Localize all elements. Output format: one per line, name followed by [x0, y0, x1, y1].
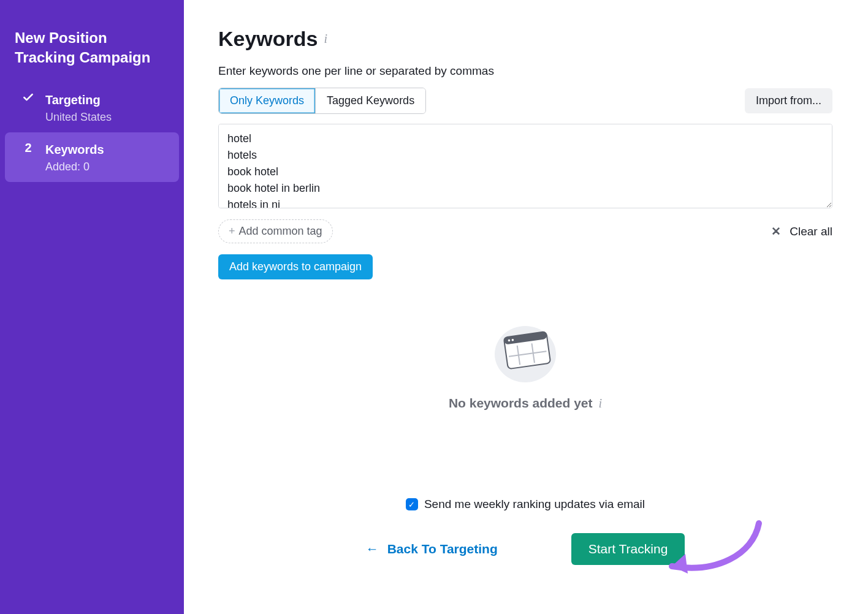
step-number: 2 — [20, 141, 37, 173]
weekly-checkbox[interactable]: ✓ — [406, 498, 418, 510]
start-tracking-button[interactable]: Start Tracking — [571, 533, 685, 565]
add-keywords-button[interactable]: Add keywords to campaign — [218, 254, 373, 279]
empty-text: No keywords added yet i — [449, 396, 602, 411]
arrow-left-icon: ← — [366, 542, 379, 556]
empty-text-label: No keywords added yet — [449, 396, 593, 411]
sidebar-title: New Position Tracking Campaign — [0, 15, 184, 83]
tab-only-keywords[interactable]: Only Keywords — [219, 88, 316, 113]
back-label: Back To Targeting — [387, 542, 498, 556]
plus-icon: + — [229, 225, 235, 238]
step-body: Targeting United States — [45, 91, 168, 124]
add-tag-label: Add common tag — [239, 225, 322, 238]
step-body: Keywords Added: 0 — [45, 141, 168, 173]
info-icon[interactable]: i — [324, 32, 328, 46]
sidebar: New Position Tracking Campaign Targeting… — [0, 0, 184, 614]
clear-all-label: Clear all — [790, 225, 832, 238]
subtitle: Enter keywords one per line or separated… — [218, 64, 832, 78]
keyword-mode-tabs: Only Keywords Tagged Keywords — [218, 88, 426, 114]
back-to-targeting-link[interactable]: ← Back To Targeting — [366, 542, 498, 556]
actions-row: ← Back To Targeting Start Tracking — [218, 533, 832, 565]
step-label: Targeting — [45, 91, 168, 108]
weekly-label: Send me weekly ranking updates via email — [424, 498, 645, 511]
clear-all-button[interactable]: ✕ Clear all — [771, 224, 832, 238]
tab-row: Only Keywords Tagged Keywords Import fro… — [218, 88, 832, 114]
main-content: Keywords i Enter keywords one per line o… — [184, 0, 868, 614]
step-sub: United States — [45, 111, 168, 124]
close-icon: ✕ — [771, 224, 781, 238]
add-common-tag-button[interactable]: + Add common tag — [218, 219, 333, 243]
sidebar-step-targeting[interactable]: Targeting United States — [5, 83, 179, 132]
footer: ✓ Send me weekly ranking updates via ema… — [218, 498, 832, 565]
empty-illustration — [489, 314, 562, 387]
info-icon[interactable]: i — [599, 396, 603, 411]
empty-state: No keywords added yet i — [218, 314, 832, 411]
step-label: Keywords — [45, 141, 168, 158]
import-from-button[interactable]: Import from... — [745, 88, 832, 113]
keywords-textarea[interactable] — [218, 124, 832, 208]
weekly-updates-row: ✓ Send me weekly ranking updates via ema… — [218, 498, 832, 511]
step-sub: Added: 0 — [45, 161, 168, 173]
tab-tagged-keywords[interactable]: Tagged Keywords — [316, 88, 425, 113]
page-title-text: Keywords — [218, 27, 318, 51]
sidebar-step-keywords[interactable]: 2 Keywords Added: 0 — [5, 132, 179, 182]
page-title: Keywords i — [218, 27, 832, 51]
check-icon — [20, 91, 37, 124]
row-below-textarea: + Add common tag ✕ Clear all — [218, 219, 832, 243]
